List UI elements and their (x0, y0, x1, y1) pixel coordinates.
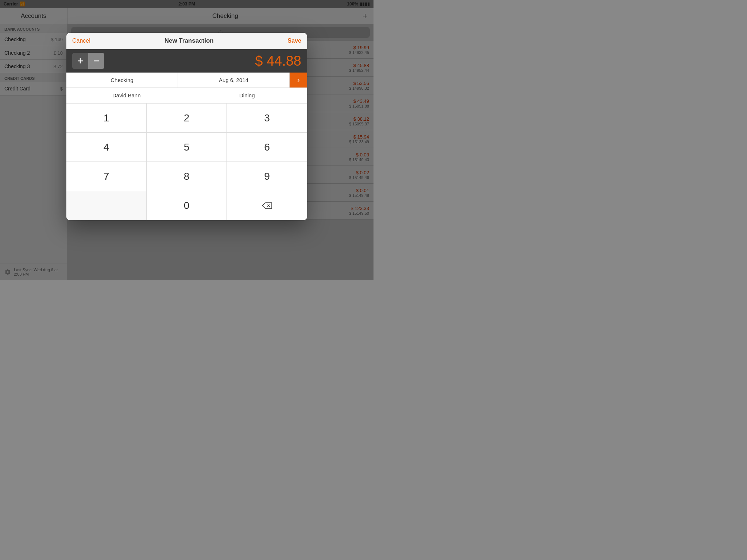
minus-button[interactable] (88, 53, 104, 69)
key-backspace[interactable] (227, 191, 307, 220)
plus-button[interactable] (72, 53, 88, 69)
cancel-button[interactable]: Cancel (72, 38, 90, 44)
new-transaction-modal: Cancel New Transaction Save $ 44.88 Chec… (66, 33, 307, 220)
key-6[interactable]: 6 (227, 133, 307, 162)
date-cell[interactable]: Aug 6, 2014 (178, 73, 290, 88)
numpad: 1 2 3 4 5 6 7 8 9 0 (66, 103, 307, 220)
payee-cell[interactable]: David Bann (66, 88, 187, 103)
amount-display: $ 44.88 (66, 49, 307, 73)
sign-buttons (72, 53, 104, 69)
transaction-details-row: Checking Aug 6, 2014 › (66, 73, 307, 88)
key-5[interactable]: 5 (147, 133, 227, 162)
key-7[interactable]: 7 (66, 162, 147, 191)
key-4[interactable]: 4 (66, 133, 147, 162)
save-button[interactable]: Save (288, 38, 301, 44)
payee-category-row: David Bann Dining (66, 88, 307, 103)
amount-value: $ 44.88 (255, 53, 301, 69)
key-8[interactable]: 8 (147, 162, 227, 191)
key-1[interactable]: 1 (66, 104, 147, 133)
modal-title: New Transaction (165, 37, 214, 44)
key-9[interactable]: 9 (227, 162, 307, 191)
key-empty (66, 191, 147, 220)
key-2[interactable]: 2 (147, 104, 227, 133)
key-3[interactable]: 3 (227, 104, 307, 133)
category-cell[interactable]: Dining (187, 88, 307, 103)
account-cell[interactable]: Checking (66, 73, 178, 88)
key-0[interactable]: 0 (147, 191, 227, 220)
details-arrow-button[interactable]: › (290, 73, 307, 88)
modal-header: Cancel New Transaction Save (66, 33, 307, 49)
